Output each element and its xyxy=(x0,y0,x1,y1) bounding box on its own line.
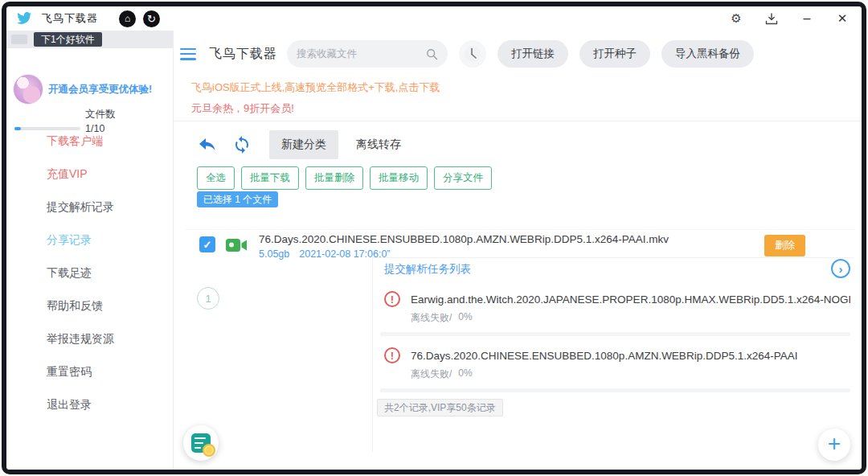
sidebar-item-parse-records[interactable]: 提交解析记录 xyxy=(47,201,114,212)
record-count-badge: 共2个记录,VIP享50条记录 xyxy=(377,399,503,416)
titlebar: 飞鸟下载器 ⌂ ↻ ⚙ – ✕ xyxy=(6,6,862,31)
task-list-coin-icon xyxy=(191,433,211,453)
batch-move-button[interactable]: 批量移动 xyxy=(370,166,428,190)
app-window: 飞鸟下载器 ⌂ ↻ ⚙ – ✕ 下1个好软件 开通会员享受更优体验! 文件数 1… xyxy=(2,2,866,474)
window-title: 飞鸟下载器 xyxy=(42,11,98,26)
task-head: ! 76.Days.2020.CHINESE.ENSUBBED.1080p.AM… xyxy=(384,347,850,363)
file-size: 5.05gb xyxy=(259,248,289,260)
sidebar-item-download-history[interactable]: 下载足迹 xyxy=(47,267,114,278)
file-checkbox[interactable]: ✓ xyxy=(199,236,215,252)
task-status: 离线失败/ xyxy=(411,367,452,381)
task-progressbar xyxy=(380,388,850,392)
task-list: ! Earwig.and.the.Witch.2020.JAPANESE.PRO… xyxy=(372,288,850,400)
batch-download-button[interactable]: 批量下载 xyxy=(241,166,299,190)
reload-icon[interactable]: ↻ xyxy=(143,10,160,27)
pagination-page-1[interactable]: 1 xyxy=(197,287,219,310)
refresh-icon[interactable] xyxy=(232,135,252,154)
sidebar-menu: 下载客户端 充值VIP 提交解析记录 分享记录 下载足迹 帮助和反馈 举报违规资… xyxy=(47,135,114,410)
back-arrow-icon[interactable] xyxy=(197,135,218,154)
promo-strip: 下1个好软件 xyxy=(6,31,173,48)
file-count-progress-fill xyxy=(14,127,21,130)
app-logo-bird-icon xyxy=(16,12,32,25)
file-info: 76.Days.2020.CHINESE.ENSUBBED.1080p.AMZN… xyxy=(259,233,669,260)
close-button[interactable]: ✕ xyxy=(834,10,850,27)
task-progressbar xyxy=(380,332,850,336)
promo-badge[interactable]: 下1个好软件 xyxy=(34,32,102,47)
import-backup-button[interactable]: 导入黑科备份 xyxy=(661,40,754,68)
minimize-button[interactable]: – xyxy=(799,10,815,27)
video-file-icon xyxy=(226,238,248,252)
sidebar-item-reset-password[interactable]: 重置密码 xyxy=(47,366,114,377)
task-head: ! Earwig.and.the.Witch.2020.JAPANESE.PRO… xyxy=(384,291,850,307)
history-clock-icon[interactable] xyxy=(459,40,486,68)
member-upgrade-link[interactable]: 开通会员享受更优体验! xyxy=(48,83,152,96)
selected-count-badge: 已选择 1 个文件 xyxy=(197,191,278,207)
sidebar-item-report-violation[interactable]: 举报违规资源 xyxy=(47,333,114,344)
settings-gear-icon[interactable]: ⚙ xyxy=(728,10,744,27)
file-count-value: 1/10 xyxy=(85,123,104,134)
file-count-label: 文件数 xyxy=(85,108,116,121)
task-name: 76.Days.2020.CHINESE.ENSUBBED.1080p.AMZN… xyxy=(411,350,797,362)
sidebar-item-share-records[interactable]: 分享记录 xyxy=(47,234,114,245)
search-input[interactable] xyxy=(297,48,426,60)
new-year-promo-notice[interactable]: 元旦余热，9折开会员! xyxy=(191,101,294,116)
profile-section: 开通会员享受更优体验! xyxy=(13,74,170,105)
page-title: 飞鸟下载器 xyxy=(209,46,277,63)
rewards-checkin-button[interactable] xyxy=(183,425,219,461)
task-meta: 离线失败/ 0% xyxy=(411,311,850,325)
task-name: Earwig.and.the.Witch.2020.JAPANESE.PROPE… xyxy=(411,293,850,306)
file-row-divider xyxy=(185,229,855,230)
batch-actions: 全选 批量下载 批量删除 批量移动 分享文件 xyxy=(197,166,492,190)
sidebar-item-logout[interactable]: 退出登录 xyxy=(47,399,114,410)
task-progress: 0% xyxy=(458,367,472,381)
error-exclamation-icon: ! xyxy=(384,291,400,307)
download-tray-icon[interactable] xyxy=(764,10,780,27)
task-panel-top-border xyxy=(372,257,854,258)
file-row[interactable]: ✓ 76.Days.2020.CHINESE.ENSUBBED.1080p.AM… xyxy=(199,233,855,269)
open-torrent-button[interactable]: 打开种子 xyxy=(579,40,650,68)
file-count-progressbar xyxy=(14,127,80,130)
file-name[interactable]: 76.Days.2020.CHINESE.ENSUBBED.1080p.AMZN… xyxy=(259,233,669,245)
open-link-button[interactable]: 打开链接 xyxy=(497,40,568,68)
share-files-button[interactable]: 分享文件 xyxy=(434,166,492,190)
task-progress: 0% xyxy=(458,311,472,325)
task-meta: 离线失败/ 0% xyxy=(411,367,850,381)
sidebar-item-help-feedback[interactable]: 帮助和反馈 xyxy=(47,300,114,311)
task-item[interactable]: ! 76.Days.2020.CHINESE.ENSUBBED.1080p.AM… xyxy=(372,344,850,392)
ios-release-notice[interactable]: 飞鸟iOS版正式上线,高速预览全部格式+下载,点击下载 xyxy=(191,80,440,95)
task-item[interactable]: ! Earwig.and.the.Witch.2020.JAPANESE.PRO… xyxy=(372,288,850,336)
sidebar-item-download-client[interactable]: 下载客户端 xyxy=(47,135,114,146)
promo-ghost-icon xyxy=(11,35,27,44)
sidebar-item-recharge-vip[interactable]: 充值VIP xyxy=(47,168,114,179)
coin-icon xyxy=(203,444,215,457)
toolbar: 新建分类 离线转存 xyxy=(197,131,401,158)
header-divider xyxy=(174,121,862,121)
hamburger-menu-icon[interactable] xyxy=(180,48,196,60)
offline-transfer-tab[interactable]: 离线转存 xyxy=(356,137,401,152)
error-exclamation-icon: ! xyxy=(384,347,400,363)
search-box xyxy=(287,40,448,68)
delete-file-button[interactable]: 删除 xyxy=(764,235,805,256)
add-task-button[interactable]: + xyxy=(818,429,850,461)
main-content: 飞鸟下载器 打开链接 打开种子 导入黑科备份 飞鸟iOS版正式上线,高速预览全部… xyxy=(174,31,862,470)
task-panel-title-link[interactable]: 提交解析任务列表 xyxy=(384,262,471,277)
new-category-button[interactable]: 新建分类 xyxy=(269,130,338,159)
task-status: 离线失败/ xyxy=(411,311,452,325)
search-icon[interactable] xyxy=(426,47,438,61)
batch-delete-button[interactable]: 批量删除 xyxy=(305,166,363,190)
sidebar: 下1个好软件 开通会员享受更优体验! 文件数 1/10 下载客户端 充值VIP … xyxy=(6,31,174,470)
select-all-button[interactable]: 全选 xyxy=(197,166,235,190)
main-header: 飞鸟下载器 打开链接 打开种子 导入黑科备份 xyxy=(180,39,754,69)
user-avatar[interactable] xyxy=(13,74,43,105)
home-icon[interactable]: ⌂ xyxy=(119,10,136,27)
expand-panel-chevron-icon[interactable]: › xyxy=(831,259,850,278)
